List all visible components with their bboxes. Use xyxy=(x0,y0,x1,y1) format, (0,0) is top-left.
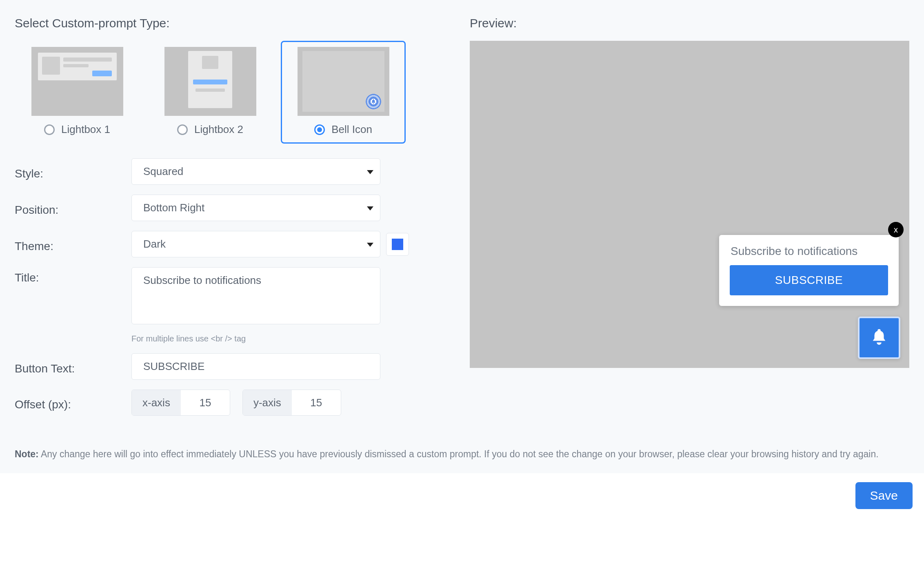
prompt-type-label: Bell Icon xyxy=(331,123,372,136)
offset-y-group: y-axis 15 xyxy=(242,390,341,416)
close-icon: x xyxy=(894,225,898,235)
note-body: Any change here will go into effect imme… xyxy=(39,449,879,459)
preview-subscribe-button[interactable]: SUBSCRIBE xyxy=(730,265,888,295)
theme-label: Theme: xyxy=(15,236,125,253)
bell-icon xyxy=(366,94,381,109)
theme-select[interactable]: Dark xyxy=(131,231,380,257)
button-text-label: Button Text: xyxy=(15,358,125,375)
prompt-type-group: Lightbox 1 Lightbox 2 xyxy=(15,41,453,144)
prompt-type-label: Lightbox 2 xyxy=(194,123,243,136)
select-prompt-heading: Select Custom-prompt Type: xyxy=(15,16,453,30)
bell-icon xyxy=(870,328,888,348)
prompt-type-bell[interactable]: Bell Icon xyxy=(281,41,406,144)
offset-x-label: x-axis xyxy=(132,390,181,415)
style-label: Style: xyxy=(15,163,125,180)
theme-color-swatch[interactable] xyxy=(386,233,409,256)
footer: Save xyxy=(0,473,924,516)
note-text: Note: Any change here will go into effec… xyxy=(15,447,879,461)
title-textarea[interactable]: Subscribe to notifications xyxy=(131,267,380,324)
prompt-thumbnail-bell xyxy=(298,47,389,116)
style-select[interactable]: Squared xyxy=(131,158,380,185)
radio-lightbox2[interactable] xyxy=(177,124,188,135)
color-chip-icon xyxy=(392,239,403,250)
popup-close-button[interactable]: x xyxy=(888,222,904,237)
save-button[interactable]: Save xyxy=(855,482,913,509)
note-bold: Note: xyxy=(15,449,39,459)
preview-heading: Preview: xyxy=(470,16,909,30)
prompt-type-lightbox2[interactable]: Lightbox 2 xyxy=(148,41,273,144)
preview-bell-button[interactable] xyxy=(858,317,900,359)
offset-x-group: x-axis 15 xyxy=(131,390,230,416)
title-label: Title: xyxy=(15,267,125,284)
prompt-thumbnail-lightbox1 xyxy=(31,47,123,116)
preview-canvas: x Subscribe to notifications SUBSCRIBE xyxy=(470,41,909,368)
prompt-type-lightbox1[interactable]: Lightbox 1 xyxy=(15,41,140,144)
prompt-thumbnail-lightbox2 xyxy=(164,47,256,116)
offset-y-input[interactable]: 15 xyxy=(292,390,341,415)
prompt-type-label: Lightbox 1 xyxy=(61,123,110,136)
offset-y-label: y-axis xyxy=(243,390,292,415)
preview-popup: x Subscribe to notifications SUBSCRIBE xyxy=(719,235,899,306)
position-select[interactable]: Bottom Right xyxy=(131,195,380,221)
title-hint: For multiple lines use <br /> tag xyxy=(131,334,246,343)
preview-popup-title: Subscribe to notifications xyxy=(731,245,888,258)
radio-bell[interactable] xyxy=(314,124,325,135)
radio-lightbox1[interactable] xyxy=(44,124,55,135)
button-text-input[interactable]: SUBSCRIBE xyxy=(131,353,380,380)
offset-x-input[interactable]: 15 xyxy=(181,390,230,415)
position-label: Position: xyxy=(15,199,125,217)
offset-label: Offset (px): xyxy=(15,394,125,411)
